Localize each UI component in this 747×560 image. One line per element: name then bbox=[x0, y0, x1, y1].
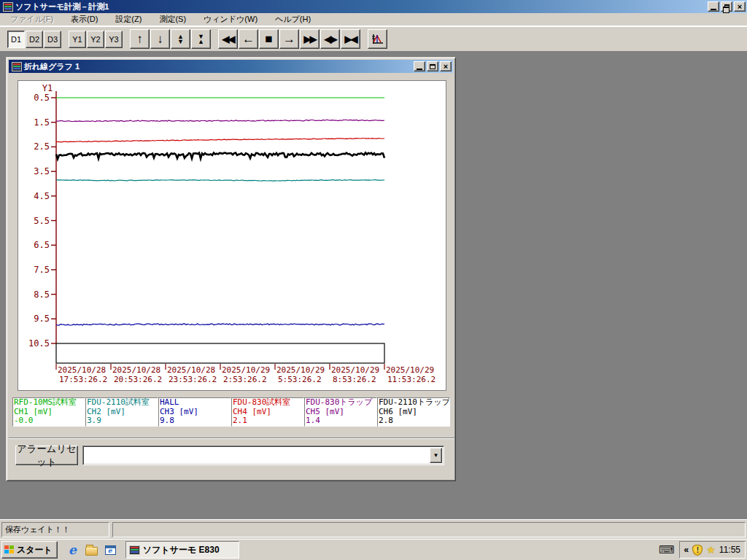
graph-window-client: Y10.51.52.53.54.55.56.57.58.59.510.52025… bbox=[9, 73, 453, 478]
y-tick-label: 5.5 bbox=[34, 216, 50, 226]
toolbar-scroll-down-button[interactable]: ↓ bbox=[150, 29, 170, 49]
taskbar-task-button[interactable]: ソフトサーモ E830 bbox=[125, 541, 239, 559]
menu-help[interactable]: ヘルプ(H) bbox=[268, 12, 318, 26]
legend-value: 3.9 bbox=[87, 416, 157, 426]
graph-close-button[interactable]: × bbox=[440, 61, 452, 71]
series-5 bbox=[56, 180, 384, 182]
toolbar: D1D2D3Y1Y2Y3↑↓▲▼▼▲◀◀←■→▶▶◀▶▶◀ bbox=[0, 26, 747, 52]
toolbar-expand-vertical-button[interactable]: ▲▼ bbox=[171, 29, 190, 49]
restore-button[interactable] bbox=[721, 1, 732, 12]
toolbar-y1-button[interactable]: Y1 bbox=[69, 31, 86, 48]
minimize-icon bbox=[711, 9, 716, 10]
minimize-button[interactable] bbox=[708, 1, 719, 12]
internet-explorer-icon[interactable]: e bbox=[66, 544, 79, 556]
y-axis-title: Y1 bbox=[42, 83, 53, 93]
toolbar-step-back-button[interactable]: ← bbox=[239, 29, 258, 49]
expand-horizontal-icon: ◀▶ bbox=[325, 34, 336, 44]
folder-icon[interactable] bbox=[85, 544, 98, 556]
menubar: ファイル(F)表示(D)設定(Z)測定(S)ウィンドウ(W)ヘルプ(H) bbox=[0, 13, 747, 26]
legend-title: RFD-10MS試料室 bbox=[14, 398, 84, 408]
menu-measure[interactable]: 測定(S) bbox=[152, 12, 193, 26]
legend-title: HALL bbox=[160, 398, 230, 408]
menu-settings[interactable]: 設定(Z) bbox=[108, 12, 149, 26]
chart-icon bbox=[371, 33, 384, 46]
combobox-dropdown-button[interactable]: ▼ bbox=[430, 448, 442, 463]
legend-value: 9.8 bbox=[160, 416, 230, 426]
graph-window: 折れ線グラフ 1 × Y10.51.52.53.54.55.56.57.58.5… bbox=[6, 57, 456, 481]
graph-window-title: 折れ線グラフ 1 bbox=[24, 61, 80, 72]
restore-icon bbox=[724, 4, 729, 9]
x-tick-date: 2025/10/28 bbox=[167, 365, 215, 375]
graph-minimize-button[interactable] bbox=[414, 61, 425, 71]
menu-window[interactable]: ウィンドウ(W) bbox=[196, 12, 265, 26]
collapse-chevrons-icon[interactable]: « bbox=[684, 545, 689, 555]
y-tick-label: 7.5 bbox=[34, 265, 50, 275]
app-icon bbox=[3, 2, 13, 12]
status-message: 保存ウェイト！！ bbox=[1, 522, 109, 537]
alarm-combobox[interactable]: ▼ bbox=[82, 446, 444, 465]
toolbar-y3-button[interactable]: Y3 bbox=[105, 31, 123, 48]
y-tick-label: 0.5 bbox=[34, 93, 50, 103]
x-tick-time: 8:53:26.2 bbox=[333, 375, 376, 384]
legend-title: FDU-830トラップ bbox=[306, 398, 376, 408]
alarm-reset-button[interactable]: アラームリセット bbox=[15, 446, 78, 465]
security-shield-icon[interactable]: ! bbox=[692, 545, 703, 556]
graph-maximize-button[interactable] bbox=[427, 61, 438, 71]
line-chart: Y10.51.52.53.54.55.56.57.58.59.510.52025… bbox=[18, 81, 446, 390]
x-tick-time: 23:53:26.2 bbox=[169, 375, 217, 384]
toolbar-step-forward-button[interactable]: → bbox=[279, 29, 299, 49]
y-tick-label: 6.5 bbox=[34, 240, 50, 250]
graph-window-icon bbox=[12, 62, 22, 71]
toolbar-compress-horizontal-button[interactable]: ▶◀ bbox=[341, 29, 360, 49]
series-3 bbox=[56, 139, 384, 142]
x-tick-time: 5:53:26.2 bbox=[278, 375, 322, 384]
y-tick-label: 8.5 bbox=[34, 289, 50, 300]
clock: 11:55 bbox=[719, 545, 740, 555]
toolbar-graph-setup-button[interactable] bbox=[368, 29, 387, 49]
close-icon: × bbox=[444, 63, 448, 70]
x-tick-date: 2025/10/29 bbox=[386, 365, 434, 375]
toolbar-d3-button[interactable]: D3 bbox=[44, 31, 61, 48]
toolbar-y2-button[interactable]: Y2 bbox=[87, 31, 104, 48]
star-icon[interactable]: ★ bbox=[706, 544, 716, 556]
graph-window-titlebar[interactable]: 折れ線グラフ 1 × bbox=[9, 60, 453, 73]
legend-value: 1.4 bbox=[306, 416, 376, 426]
compress-vertical-icon: ▲ bbox=[198, 39, 204, 44]
legend-value: -0.0 bbox=[14, 416, 84, 426]
toolbar-fast-forward-button[interactable]: ▶▶ bbox=[300, 29, 320, 49]
legend-cell-ch1: RFD-10MS試料室CH1 [mV]-0.0 bbox=[12, 397, 85, 427]
keyboard-icon[interactable]: ⌨ bbox=[659, 543, 675, 556]
legend-value: 2.8 bbox=[379, 416, 449, 426]
y-tick-label: 2.5 bbox=[34, 141, 50, 152]
chart-bottom-box bbox=[56, 343, 384, 363]
y-tick-label: 3.5 bbox=[34, 166, 50, 176]
series-4 bbox=[56, 152, 384, 159]
maximize-icon bbox=[430, 64, 436, 69]
menu-view[interactable]: 表示(D) bbox=[63, 12, 105, 26]
toolbar-compress-vertical-button[interactable]: ▼▲ bbox=[191, 29, 211, 49]
toolbar-rewind-button[interactable]: ◀◀ bbox=[218, 29, 238, 49]
ie-window-icon[interactable] bbox=[104, 544, 117, 556]
start-button[interactable]: スタート bbox=[1, 541, 58, 559]
toolbar-d2-button[interactable]: D2 bbox=[26, 31, 43, 48]
statusbar: 保存ウェイト！！ bbox=[0, 519, 747, 539]
toolbar-scroll-up-button[interactable]: ↑ bbox=[130, 29, 150, 49]
toolbar-expand-horizontal-button[interactable]: ◀▶ bbox=[320, 29, 340, 49]
toolbar-stop-button[interactable]: ■ bbox=[259, 29, 279, 49]
legend-cell-ch6: FDU-2110トラップCH6 [mV]2.8 bbox=[377, 397, 450, 427]
x-tick-date: 2025/10/29 bbox=[331, 365, 379, 375]
legend-cell-ch5: FDU-830トラップCH5 [mV]1.4 bbox=[304, 397, 377, 427]
x-tick-time: 20:53:26.2 bbox=[114, 375, 162, 384]
system-tray: « ! ★ 11:55 bbox=[679, 541, 746, 559]
x-tick-time: 2:53:26.2 bbox=[223, 375, 267, 384]
task-button-label: ソフトサーモ E830 bbox=[143, 544, 220, 556]
start-button-label: スタート bbox=[17, 544, 53, 556]
y-tick-label: 1.5 bbox=[34, 117, 50, 128]
rewind-icon: ◀◀ bbox=[222, 34, 234, 44]
y-tick-label: 9.5 bbox=[34, 314, 50, 324]
toolbar-d1-button[interactable]: D1 bbox=[7, 31, 25, 48]
x-tick-time: 11:53:26.2 bbox=[387, 375, 436, 384]
fast-forward-icon: ▶▶ bbox=[304, 34, 316, 44]
close-button[interactable]: × bbox=[734, 1, 746, 12]
series-2 bbox=[56, 120, 384, 121]
